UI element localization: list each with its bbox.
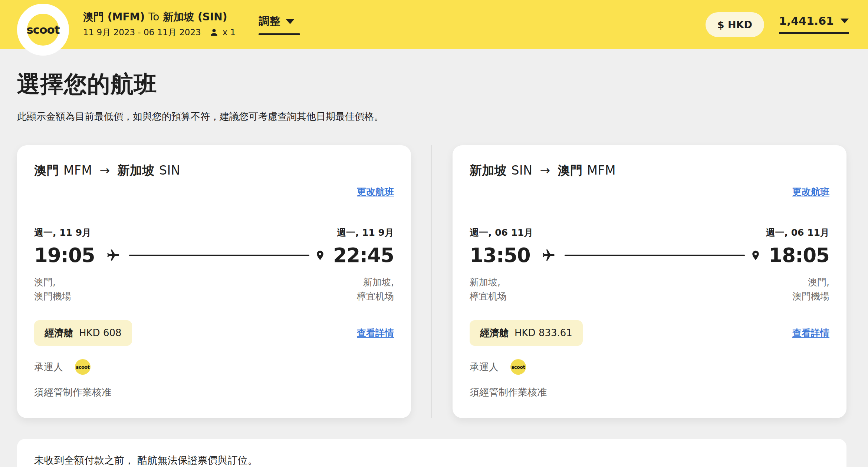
arrive-date-label: 週一, 11 9月 — [337, 226, 394, 239]
change-flight-link[interactable]: 更改航班 — [792, 186, 829, 197]
dest-code: SIN — [159, 163, 180, 178]
view-details-link[interactable]: 查看詳情 — [792, 327, 829, 339]
total-amount-value: 1,441.61 — [779, 14, 834, 27]
card-divider — [453, 210, 846, 210]
trip-destination: 新加坡 (SIN) — [163, 11, 227, 23]
plane-icon — [106, 248, 120, 262]
currency-label: $ HKD — [717, 19, 752, 30]
fare-amount: HKD 833.61 — [514, 327, 572, 338]
approval-note: 須經管制作業核准 — [34, 386, 394, 399]
carrier-label: 承運人 — [470, 361, 499, 374]
change-flight-link[interactable]: 更改航班 — [357, 186, 394, 197]
location-pin-icon — [750, 250, 761, 261]
route-arrow-icon: → — [99, 163, 110, 178]
total-amount-dropdown[interactable]: 1,441.61 — [779, 14, 849, 34]
arrive-time: 18:05 — [769, 244, 829, 266]
approval-note: 須經管制作業核准 — [470, 386, 829, 399]
flight-path-line — [129, 255, 310, 256]
trip-dates: 11 9月 2023 - 06 11月 2023 x 1 — [83, 27, 236, 38]
location-pin-icon — [315, 250, 326, 261]
trip-summary: 澳門 (MFM) To 新加坡 (SIN) 11 9月 2023 - 06 11… — [83, 11, 236, 38]
trip-to-label: To — [148, 11, 159, 23]
flight-cards: 澳門 MFM → 新加坡 SIN 更改航班 週一, 11 9月 週一, 11 9… — [17, 145, 851, 418]
origin-city: 新加坡 — [470, 163, 507, 178]
return-flight-card: 新加坡 SIN → 澳門 MFM 更改航班 週一, 06 11月 週一, 06 … — [453, 145, 846, 418]
trip-route-title: 澳門 (MFM) To 新加坡 (SIN) — [83, 11, 236, 23]
adjust-button[interactable]: 調整 — [259, 14, 300, 35]
outbound-flight-card: 澳門 MFM → 新加坡 SIN 更改航班 週一, 11 9月 週一, 11 9… — [17, 145, 411, 418]
adjust-underline — [259, 33, 300, 35]
arrive-date-label: 週一, 06 11月 — [766, 226, 829, 239]
origin-city: 澳門 — [34, 163, 59, 178]
app-header: scoot 澳門 (MFM) To 新加坡 (SIN) 11 9月 2023 -… — [0, 0, 868, 49]
card-route-title: 新加坡 SIN → 澳門 MFM — [470, 162, 829, 179]
scoot-logo-text: scoot — [26, 23, 59, 36]
card-route-title: 澳門 MFM → 新加坡 SIN — [34, 162, 394, 179]
depart-airport: 澳門, 澳門機場 — [34, 275, 71, 303]
scoot-mini-logo: scoot — [510, 359, 526, 375]
carrier-label: 承運人 — [34, 361, 63, 374]
main-content: 選擇您的航班 此顯示金額為目前最低價，如與您的預算不符，建議您可考慮查詢其他日期… — [0, 69, 868, 467]
depart-time: 13:50 — [470, 244, 530, 266]
trip-date-range: 11 9月 2023 - 06 11月 2023 — [83, 27, 201, 38]
chevron-down-icon — [841, 19, 849, 23]
origin-code: MFM — [63, 163, 92, 178]
passenger-count: x 1 — [223, 27, 236, 37]
arrive-time: 22:45 — [333, 244, 394, 266]
dest-city: 新加坡 — [118, 163, 155, 178]
scoot-logo[interactable]: scoot — [17, 4, 69, 56]
depart-date-label: 週一, 06 11月 — [470, 226, 533, 239]
scoot-mini-logo: scoot — [75, 359, 91, 375]
currency-button[interactable]: $ HKD — [706, 12, 764, 37]
depart-time: 19:05 — [34, 244, 95, 266]
fare-badge: 經濟艙 HKD 608 — [34, 320, 132, 346]
flight-path-line — [565, 255, 745, 256]
payment-notice: 未收到全額付款之前， 酷航無法保證票價與訂位。 — [17, 439, 846, 467]
vertical-divider — [431, 145, 432, 418]
card-divider — [17, 210, 411, 210]
cabin-label: 經濟艙 — [45, 327, 73, 340]
trip-origin: 澳門 (MFM) — [83, 11, 145, 23]
depart-airport: 新加坡, 樟宜机场 — [470, 275, 507, 303]
cards-gap — [411, 145, 453, 418]
depart-date-label: 週一, 11 9月 — [34, 226, 91, 239]
header-right: $ HKD 1,441.61 — [706, 12, 849, 37]
cabin-label: 經濟艙 — [480, 327, 509, 340]
flight-times: 13:50 18:05 — [470, 244, 829, 266]
dest-code: MFM — [587, 163, 616, 178]
route-arrow-icon: → — [540, 163, 550, 178]
fare-badge: 經濟艙 HKD 833.61 — [470, 320, 583, 346]
fare-amount: HKD 608 — [79, 327, 122, 338]
page-subtitle: 此顯示金額為目前最低價，如與您的預算不符，建議您可考慮查詢其他日期最佳價格。 — [17, 110, 851, 123]
arrive-airport: 新加坡, 樟宜机场 — [357, 275, 394, 303]
dest-city: 澳門 — [558, 163, 583, 178]
adjust-label: 調整 — [259, 14, 280, 29]
chevron-down-icon — [286, 19, 294, 24]
origin-code: SIN — [512, 163, 533, 178]
arrive-airport: 澳門, 澳門機場 — [792, 275, 829, 303]
view-details-link[interactable]: 查看詳情 — [357, 327, 394, 339]
flight-times: 19:05 22:45 — [34, 244, 394, 266]
passenger-icon — [209, 27, 219, 37]
plane-icon — [542, 248, 556, 262]
amount-underline — [779, 32, 849, 34]
page-title: 選擇您的航班 — [17, 69, 851, 100]
